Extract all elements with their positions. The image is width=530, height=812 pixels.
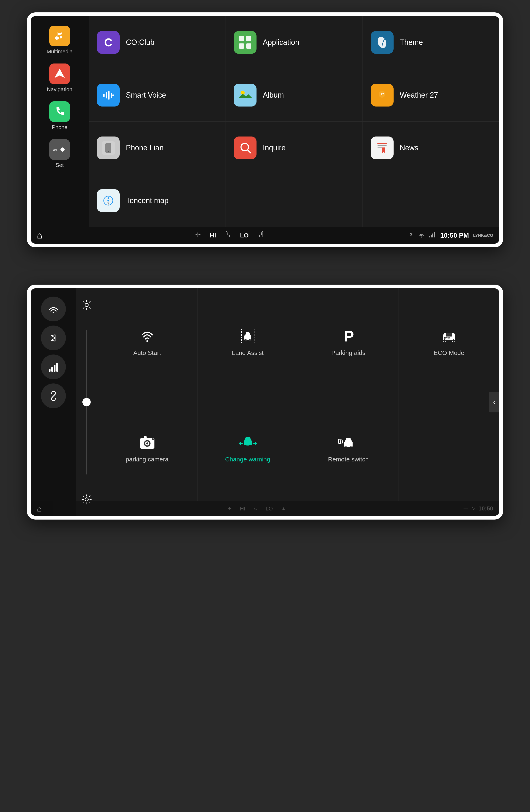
app-cell-co-club[interactable]: C CO:Club (88, 16, 225, 69)
lane-assist-icon (238, 327, 257, 345)
multimedia-icon-wrap (49, 26, 70, 46)
app-cell-news[interactable]: News (363, 121, 499, 174)
weather-icon: 27 (371, 84, 393, 106)
screen2-card: Auto Start Lane Assist (27, 285, 503, 520)
news-bookmark-icon (375, 141, 389, 155)
clock-display: 10:50 PM (440, 232, 469, 239)
svg-point-31 (226, 231, 227, 232)
sidebar-item-multimedia[interactable]: Multimedia (37, 22, 82, 58)
svg-text:27: 27 (381, 93, 384, 96)
svg-rect-40 (51, 367, 53, 372)
svg-rect-39 (49, 369, 51, 372)
svg-rect-35 (431, 235, 432, 237)
inquire-icon (234, 136, 256, 159)
svg-rect-26 (377, 145, 387, 146)
svg-rect-15 (238, 88, 252, 102)
app-cell-album[interactable]: Album (225, 69, 362, 121)
svg-point-30 (108, 200, 109, 201)
phone-lian-label: Phone Lian (126, 144, 164, 152)
search-red-icon (238, 141, 252, 155)
ctrl-lane-assist[interactable]: Lane Assist (197, 288, 298, 395)
right-chevron[interactable]: ‹ (489, 392, 499, 412)
svg-rect-12 (108, 91, 110, 100)
wifi-button[interactable] (41, 296, 66, 321)
waveform-icon (102, 88, 115, 102)
slider-column (76, 288, 97, 516)
home-button[interactable]: ⌂ (37, 230, 42, 241)
remote-switch-label: Remote switch (328, 456, 369, 463)
brightness-slider[interactable] (86, 330, 87, 475)
home-button-2[interactable]: ⌂ (37, 504, 42, 513)
ctrl-eco-mode[interactable]: ECO ECO Mode (399, 288, 499, 395)
svg-rect-10 (103, 94, 104, 97)
app-cell-phone-lian[interactable]: Phone Lian (88, 121, 225, 174)
svg-point-44 (85, 303, 88, 306)
application-label: Application (263, 38, 299, 47)
album-icon (234, 84, 256, 106)
ctrl-parking-camera[interactable]: parking camera (97, 395, 197, 501)
signal-button[interactable] (41, 354, 66, 379)
bluetooth-status-icon (408, 232, 414, 239)
settings-gear-top[interactable] (78, 296, 95, 313)
svg-point-67 (345, 446, 347, 449)
screen1-card: Multimedia Navigation (27, 12, 503, 247)
phone-lian-shape-icon (102, 141, 115, 155)
svg-rect-6 (246, 36, 251, 41)
app-cell-empty2 (363, 174, 499, 227)
sidebar-item-navigation[interactable]: Navigation (37, 60, 82, 96)
theme-label: Theme (400, 38, 423, 47)
auto-start-label: Auto Start (133, 349, 161, 357)
svg-point-62 (152, 438, 154, 440)
app-cell-empty1 (225, 174, 362, 227)
sidebar-item-phone[interactable]: Phone (37, 98, 82, 134)
app-cell-theme[interactable]: Theme (363, 16, 499, 69)
fan-icon-2: ✦ (227, 506, 232, 511)
navigation-arrow-icon (53, 68, 66, 80)
ctrl-change-warning[interactable]: Change warning (197, 395, 298, 501)
svg-point-51 (249, 339, 251, 341)
bluetooth-button[interactable] (41, 325, 66, 350)
svg-point-64 (244, 445, 247, 447)
compass-icon (102, 194, 115, 207)
svg-rect-41 (54, 365, 55, 372)
sun-cloud-icon: 27 (375, 88, 389, 102)
launcher-screen: Multimedia Navigation (31, 16, 499, 244)
app-grid: C CO:Club Application (88, 16, 499, 244)
theme-leaf-icon (375, 36, 389, 49)
co-club-label: CO:Club (126, 38, 154, 47)
app-cell-weather[interactable]: 27 Weather 27 (363, 69, 499, 121)
ctrl-remote-switch[interactable]: Remote switch (298, 395, 399, 501)
news-icon (371, 136, 393, 159)
status-right: 10:50 PM LYNK&CO (408, 232, 493, 239)
app-cell-inquire[interactable]: Inquire (225, 121, 362, 174)
climate-lo-2: LO (266, 506, 273, 512)
svg-rect-61 (144, 436, 147, 438)
lane-change-icon (237, 433, 258, 452)
landscape-icon (238, 88, 252, 102)
app-cell-smart-voice[interactable]: Smart Voice (88, 69, 225, 121)
svg-rect-34 (429, 236, 430, 237)
parking-aids-label: Parking aids (331, 349, 365, 357)
svg-point-65 (249, 445, 252, 447)
svg-rect-8 (246, 43, 251, 48)
slider-thumb[interactable] (82, 398, 91, 406)
app-grid-icon (238, 35, 252, 49)
inquire-label: Inquire (263, 144, 285, 152)
svg-point-38 (53, 312, 54, 313)
svg-point-21 (108, 151, 109, 152)
bt-icon-2: ⸻ (463, 506, 468, 511)
svg-point-68 (350, 446, 352, 449)
seat-left-icon (224, 231, 232, 240)
smart-voice-label: Smart Voice (126, 91, 166, 100)
signal-bars-icon (48, 361, 59, 373)
app-cell-tencent[interactable]: Tencent map (88, 174, 225, 227)
ctrl-auto-start[interactable]: Auto Start (97, 288, 197, 395)
link-button[interactable] (41, 383, 66, 408)
sidebar-item-set[interactable]: ON Set (37, 136, 82, 172)
tencent-label: Tencent map (126, 196, 168, 205)
app-cell-application[interactable]: Application (225, 16, 362, 69)
wifi-icon (48, 303, 59, 315)
svg-text:ECO: ECO (444, 337, 450, 340)
ctrl-parking-aids[interactable]: P Parking aids (298, 288, 399, 395)
wifi-icon-2: ∿ (471, 506, 475, 511)
